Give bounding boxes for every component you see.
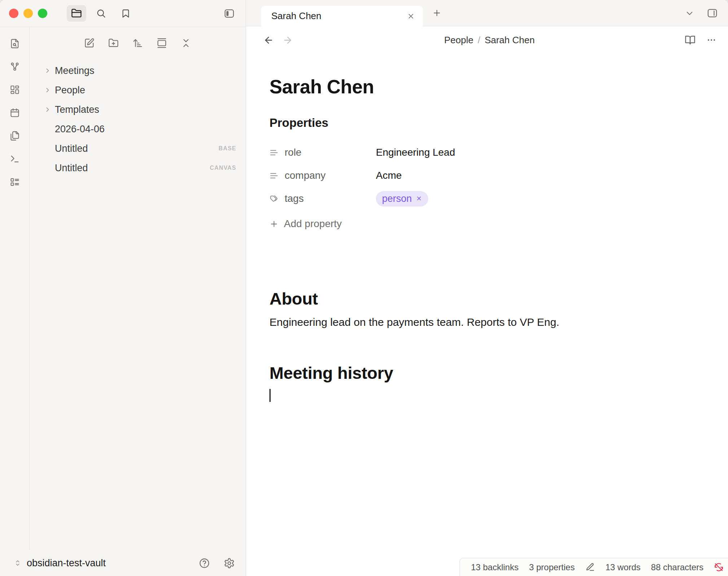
canvas-button[interactable] [10,85,20,95]
tree-item-meetings[interactable]: Meetings [44,61,236,80]
navigate-forward-button[interactable] [282,35,293,45]
tree-item-untitled-canvas[interactable]: Untitled CANVAS [44,158,236,178]
file-type-badge: BASE [219,145,236,152]
zoom-window-button[interactable] [38,9,47,18]
quick-switcher-button[interactable] [10,39,20,49]
collapse-all-button[interactable] [181,38,191,48]
graph-view-button[interactable] [10,62,20,72]
remove-tag-button[interactable] [416,195,422,201]
gallery-view-button[interactable] [157,38,167,48]
property-value[interactable]: Engineering Lead [376,147,455,158]
search-view-button[interactable] [91,5,111,22]
pencil-icon [585,562,595,572]
toggle-right-sidebar-button[interactable] [707,8,718,19]
sidebar-titlebar [0,0,246,27]
tab-sarah-chen[interactable]: Sarah Chen [261,6,423,26]
layout-dashboard-icon [10,85,20,95]
file-tree: Meetings People Templates 202 [30,59,246,178]
new-note-button[interactable] [84,38,95,48]
add-property-label: Add property [284,218,342,230]
property-row-company: company Acme [269,164,706,187]
tag-pill-person[interactable]: person [376,191,428,207]
add-property-button[interactable]: Add property [269,216,706,232]
edit-mode-button[interactable] [585,562,595,572]
property-key[interactable]: tags [269,193,376,204]
new-folder-button[interactable] [108,38,119,48]
tab-list-button[interactable] [685,8,694,18]
graph-icon [10,62,20,72]
about-paragraph[interactable]: Engineering lead on the payments team. R… [269,315,706,330]
properties-count[interactable]: 3 properties [529,562,575,572]
tree-item-daily-note[interactable]: 2026-04-06 [44,119,236,139]
reading-view-button[interactable] [685,35,696,45]
tree-item-people[interactable]: People [44,80,236,100]
property-row-role: role Engineering Lead [269,141,706,164]
word-count: 13 words [605,562,640,572]
property-key-label: company [285,170,326,181]
files-view-button[interactable] [67,5,86,22]
property-value[interactable]: Acme [376,170,402,181]
sort-order-button[interactable] [132,38,143,48]
tree-item-label: Untitled [55,163,88,174]
toggle-left-sidebar-button[interactable] [224,8,235,19]
book-open-icon [685,35,696,45]
property-row-tags: tags person [269,187,706,210]
about-heading[interactable]: About [269,289,706,309]
panel-right-icon [707,8,718,19]
more-options-button[interactable] [706,35,716,45]
tree-item-label: Meetings [55,65,95,76]
search-icon [96,8,106,18]
tree-item-label: Templates [55,104,99,115]
workspace: Sarah Chen [246,0,728,576]
left-sidebar: Meetings People Templates 202 [0,0,246,576]
breadcrumb-parent[interactable]: People [444,35,473,46]
property-key-label: tags [285,193,304,204]
tag-label: person [382,193,412,204]
ellipsis-icon [706,35,716,45]
help-button[interactable] [199,558,210,569]
bookmark-icon [121,9,131,18]
note-editor[interactable]: Sarah Chen Properties role Engineering L… [246,54,728,576]
property-key[interactable]: company [269,170,376,181]
minimize-window-button[interactable] [23,9,33,18]
chevron-right-icon [44,87,51,94]
settings-button[interactable] [224,558,235,569]
list-details-button[interactable] [10,177,20,187]
terminal-button[interactable] [10,154,20,164]
daily-note-button[interactable] [10,108,20,118]
note-title[interactable]: Sarah Chen [269,76,706,98]
navigate-back-button[interactable] [263,35,274,45]
property-key[interactable]: role [269,147,376,158]
templates-button[interactable] [10,131,20,141]
close-window-button[interactable] [9,9,18,18]
sync-off-icon [714,562,724,572]
text-property-icon [269,171,279,180]
tab-title: Sarah Chen [271,10,407,22]
bookmarks-view-button[interactable] [116,5,135,22]
file-explorer: Meetings People Templates 202 [30,27,246,550]
property-key-label: role [285,147,302,158]
traffic-lights [0,9,47,18]
tab-close-button[interactable] [407,12,415,20]
tree-item-untitled-base[interactable]: Untitled BASE [44,139,236,158]
tree-item-label: 2026-04-06 [55,124,105,135]
chevron-right-icon [44,106,51,113]
backlinks-count[interactable]: 13 backlinks [471,562,518,572]
terminal-icon [10,154,20,164]
status-bar: 13 backlinks 3 properties 13 words 88 ch… [460,558,728,576]
breadcrumb: People / Sarah Chen [444,35,535,46]
vault-switcher[interactable]: obsidian-test-vault [0,550,246,576]
files-copy-icon [10,131,20,141]
arrow-right-icon [282,35,293,45]
text-property-icon [269,148,279,157]
gear-icon [224,558,235,569]
text-caret [269,389,271,402]
breadcrumb-separator: / [478,35,480,46]
tree-item-templates[interactable]: Templates [44,100,236,119]
close-icon [407,12,415,20]
new-tab-button[interactable] [432,8,442,18]
breadcrumb-current[interactable]: Sarah Chen [484,35,535,46]
plus-icon [432,8,442,18]
sync-error-button[interactable] [714,562,724,572]
meeting-history-heading[interactable]: Meeting history [269,363,706,383]
